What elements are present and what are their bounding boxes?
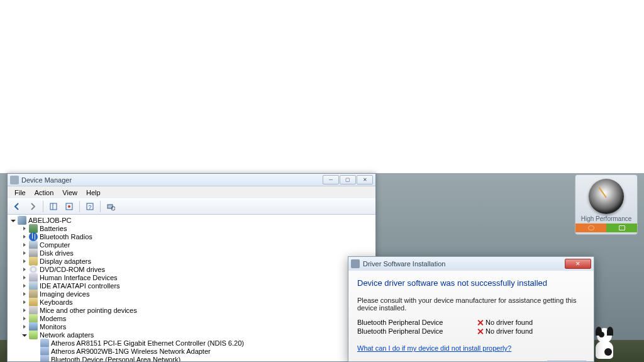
expander-spacer — [33, 340, 39, 346]
perf-mode-power-button[interactable] — [575, 223, 606, 232]
show-hide-tree-button[interactable] — [47, 200, 60, 213]
tree-node-label: Batteries — [40, 225, 67, 232]
expander-icon[interactable] — [21, 283, 28, 289]
menu-file[interactable]: File — [10, 188, 30, 198]
scan-hardware-button[interactable] — [104, 200, 118, 213]
menu-view[interactable]: View — [58, 188, 82, 198]
expander-icon[interactable] — [21, 299, 28, 305]
menu-action[interactable]: Action — [30, 188, 58, 198]
app-icon — [10, 176, 19, 184]
tree-node-label: Atheros AR9002WB-1NG Wireless Network Ad… — [51, 348, 211, 355]
performance-widget[interactable]: High Performance — [575, 174, 638, 235]
tree-node[interactable]: DVD/CD-ROM drives — [8, 265, 375, 273]
mouse-icon — [29, 306, 38, 315]
tree-node[interactable]: Display adapters — [8, 257, 375, 265]
gauge-icon — [589, 179, 624, 214]
tree-node[interactable]: Atheros AR8151 PCI-E Gigabit Ethernet Co… — [8, 339, 375, 347]
svg-text:?: ? — [88, 204, 91, 210]
toolbar: ? — [8, 198, 375, 215]
help-button[interactable]: ? — [83, 200, 97, 213]
tree-node-label: Keyboards — [40, 298, 73, 306]
device-status: No driver found — [477, 327, 533, 335]
error-x-icon — [477, 328, 484, 335]
nav-back-button[interactable] — [10, 200, 24, 213]
neta-icon — [40, 355, 49, 362]
net-icon — [29, 331, 38, 339]
tree-node[interactable]: ABELJOB-PC — [8, 216, 375, 224]
device-manager-window: Device Manager ─ ▢ ✕ File Action View He… — [7, 173, 376, 362]
dvd-icon — [29, 265, 38, 274]
tree-node[interactable]: Batteries — [8, 224, 375, 232]
driver-install-dialog: Driver Software Installation ✕ Device dr… — [348, 256, 594, 362]
menu-help[interactable]: Help — [82, 188, 105, 198]
tree-node-label: Atheros AR8151 PCI-E Gigabit Ethernet Co… — [51, 339, 244, 347]
expander-icon[interactable] — [21, 250, 28, 256]
tree-node[interactable]: Human Interface Devices — [8, 273, 375, 281]
dialog-titlebar[interactable]: Driver Software Installation ✕ — [348, 257, 594, 271]
help-link[interactable]: What can I do if my device did not insta… — [357, 344, 511, 352]
power-icon — [588, 225, 594, 230]
tree-node[interactable]: Atheros AR9002WB-1NG Wireless Network Ad… — [8, 347, 375, 355]
titlebar[interactable]: Device Manager ─ ▢ ✕ — [8, 174, 375, 186]
nav-forward-button[interactable] — [26, 200, 40, 213]
expander-icon[interactable] — [21, 266, 28, 273]
tree-node-label: Human Interface Devices — [40, 274, 118, 281]
bt-icon — [29, 232, 38, 241]
minimize-button[interactable]: ─ — [323, 175, 339, 184]
disk-icon — [29, 249, 38, 257]
expander-icon[interactable] — [21, 258, 28, 264]
menubar: File Action View Help — [8, 186, 375, 198]
neta-icon — [40, 347, 49, 356]
tree-node-label: Modems — [40, 315, 66, 322]
expander-icon[interactable] — [21, 315, 28, 322]
device-name: Bluetooth Peripheral Device — [357, 327, 477, 335]
expander-icon[interactable] — [21, 242, 28, 248]
expander-icon[interactable] — [21, 324, 28, 330]
tree-node[interactable]: Imaging devices — [8, 290, 375, 298]
tree-node[interactable]: Bluetooth Device (Personal Area Network) — [8, 355, 375, 361]
tree-node[interactable]: Mice and other pointing devices — [8, 306, 375, 314]
expander-icon[interactable] — [21, 274, 28, 281]
expander-icon[interactable] — [21, 234, 28, 240]
hid-icon — [29, 273, 38, 282]
maximize-button[interactable]: ▢ — [340, 175, 356, 184]
properties-button[interactable] — [62, 200, 76, 213]
separator — [79, 201, 80, 212]
error-x-icon — [477, 319, 484, 326]
svg-point-3 — [68, 205, 70, 208]
tree-node[interactable]: Keyboards — [8, 298, 375, 306]
expander-icon[interactable] — [21, 307, 28, 314]
dialog-heading: Device driver software was not successfu… — [357, 278, 585, 288]
dialog-close-button[interactable]: ✕ — [565, 259, 591, 269]
kb-icon — [29, 298, 38, 307]
close-button[interactable]: ✕ — [357, 175, 373, 184]
device-tree[interactable]: ABELJOB-PCBatteriesBluetooth RadiosCompu… — [8, 215, 375, 361]
tree-node[interactable]: Computer — [8, 240, 375, 249]
expander-icon[interactable] — [21, 225, 28, 232]
device-status-row: Bluetooth Peripheral DeviceNo driver fou… — [357, 318, 585, 327]
tree-node[interactable]: Bluetooth Radios — [8, 232, 375, 240]
tree-node-label: Bluetooth Device (Personal Area Network) — [51, 356, 180, 362]
tree-node[interactable]: Monitors — [8, 322, 375, 331]
expander-icon[interactable] — [21, 291, 28, 297]
tree-node[interactable]: Modems — [8, 314, 375, 322]
perf-mode-eco-button[interactable] — [606, 223, 637, 232]
tree-node[interactable]: Network adapters — [8, 331, 375, 339]
tree-node-label: Mice and other pointing devices — [40, 307, 137, 314]
separator — [43, 201, 43, 212]
screen-icon — [619, 225, 625, 230]
perf-label: High Performance — [575, 215, 637, 222]
window-title: Device Manager — [21, 176, 323, 184]
disp-icon — [29, 257, 38, 266]
expander-icon[interactable] — [21, 332, 28, 338]
tree-node-label: Monitors — [40, 323, 66, 331]
tree-node[interactable]: IDE ATA/ATAPI controllers — [8, 281, 375, 290]
modem-icon — [29, 314, 38, 323]
dialog-instruction: Please consult with your device manufact… — [357, 297, 585, 312]
tree-node-label: Display adapters — [40, 257, 91, 265]
neta-icon — [40, 339, 49, 348]
expander-icon[interactable] — [10, 217, 16, 223]
tree-node[interactable]: Disk drives — [8, 249, 375, 257]
tree-node-label: Computer — [40, 241, 70, 249]
expander-spacer — [33, 348, 39, 354]
